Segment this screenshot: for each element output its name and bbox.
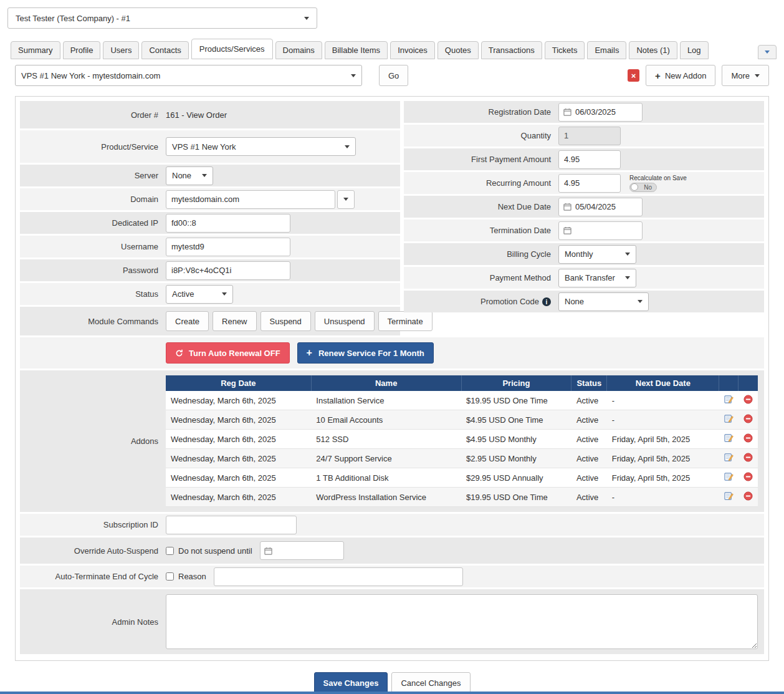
- domain-label: Domain: [20, 195, 166, 204]
- order-value-link[interactable]: 161 - View Order: [166, 110, 227, 120]
- tab-log[interactable]: Log: [680, 41, 709, 59]
- tab-contacts[interactable]: Contacts: [141, 41, 188, 59]
- username-input[interactable]: [166, 238, 290, 256]
- addon-next-due: -: [607, 410, 719, 430]
- dedicated-ip-input[interactable]: [166, 214, 290, 233]
- tab-notes[interactable]: Notes (1): [629, 41, 677, 59]
- tab-profile[interactable]: Profile: [63, 41, 101, 59]
- tab-invoices[interactable]: Invoices: [390, 41, 435, 59]
- payment-method-select[interactable]: Bank Transfer: [558, 269, 636, 287]
- override-auto-suspend-label: Override Auto-Suspend: [20, 546, 166, 556]
- remove-addon-icon[interactable]: [743, 453, 753, 462]
- reason-input[interactable]: [214, 567, 463, 586]
- password-input[interactable]: [166, 261, 290, 280]
- tab-quotes[interactable]: Quotes: [437, 41, 479, 59]
- chevron-down-icon: [345, 145, 350, 148]
- addon-pricing: $29.95 USD Annually: [461, 468, 571, 488]
- quantity-row: Quantity: [404, 125, 764, 147]
- addon-status: Active: [571, 468, 607, 488]
- addon-row: Wednesday, March 6th, 2025 Installation …: [166, 391, 758, 410]
- first-payment-label: First Payment Amount: [404, 155, 558, 164]
- next-due-date-field[interactable]: [558, 198, 643, 216]
- server-label: Server: [20, 171, 166, 180]
- remove-addon-icon[interactable]: [743, 414, 753, 423]
- chevron-down-icon: [202, 174, 207, 177]
- tab-overflow-button[interactable]: [758, 45, 777, 59]
- suspend-button[interactable]: Suspend: [261, 311, 311, 331]
- recurring-amount-input[interactable]: [558, 174, 621, 193]
- manage-addon-icon[interactable]: [724, 433, 734, 443]
- remove-addon-icon[interactable]: [743, 395, 753, 404]
- delete-service-icon[interactable]: [628, 69, 639, 82]
- addon-reg-date: Wednesday, March 6th, 2025: [166, 468, 311, 488]
- next-due-date-input[interactable]: [575, 199, 642, 215]
- remove-addon-icon[interactable]: [743, 472, 753, 481]
- next-due-date-row: Next Due Date: [404, 196, 764, 218]
- manage-addon-icon[interactable]: [724, 414, 734, 423]
- suspend-until-date-field[interactable]: [260, 541, 344, 560]
- manage-addon-icon[interactable]: [724, 453, 734, 462]
- info-icon[interactable]: [542, 297, 551, 306]
- status-select[interactable]: Active: [166, 285, 233, 304]
- payment-method-row: Payment Method Bank Transfer: [404, 267, 764, 289]
- do-not-suspend-checkbox[interactable]: [166, 547, 174, 555]
- new-addon-button[interactable]: New Addon: [646, 65, 715, 86]
- save-changes-button[interactable]: Save Changes: [314, 672, 388, 693]
- renew-service-button[interactable]: Renew Service For 1 Month: [297, 342, 434, 364]
- first-payment-input[interactable]: [558, 150, 621, 169]
- remove-addon-icon[interactable]: [743, 491, 753, 501]
- addon-name: 24/7 Support Service: [311, 449, 461, 468]
- subscription-id-label: Subscription ID: [20, 520, 166, 529]
- remove-addon-icon[interactable]: [743, 433, 753, 443]
- addon-name: 1 TB Additional Disk: [311, 468, 461, 488]
- manage-addon-icon[interactable]: [724, 491, 734, 501]
- turn-auto-renewal-off-button[interactable]: Turn Auto Renewal OFF: [166, 342, 290, 364]
- go-button[interactable]: Go: [379, 65, 408, 86]
- recurring-amount-label: Recurring Amount: [404, 178, 558, 188]
- payment-method-label: Payment Method: [404, 273, 558, 282]
- module-commands-row: Module Commands Create Renew Suspend Uns…: [20, 307, 400, 335]
- admin-notes-label: Admin Notes: [20, 617, 166, 627]
- tab-billable-items[interactable]: Billable Items: [325, 41, 388, 59]
- unsuspend-button[interactable]: Unsuspend: [315, 311, 375, 331]
- product-service-select[interactable]: VPS #1 New York: [166, 137, 356, 156]
- quantity-input: [558, 127, 621, 145]
- registration-date-field[interactable]: [558, 103, 643, 122]
- client-selector[interactable]: Test Tester (Test Company) - #1: [7, 7, 317, 29]
- tab-transactions[interactable]: Transactions: [481, 41, 542, 59]
- more-button[interactable]: More: [722, 65, 769, 86]
- tab-emails[interactable]: Emails: [587, 41, 626, 59]
- server-select[interactable]: None: [166, 166, 213, 185]
- recalculate-toggle[interactable]: No: [629, 183, 657, 192]
- addon-next-due: Friday, April 5th, 2025: [607, 468, 719, 488]
- termination-date-field[interactable]: [558, 221, 643, 240]
- bottom-accent-bar: [0, 692, 784, 694]
- tab-products-services[interactable]: Products/Services: [191, 39, 273, 59]
- suspend-until-date-input[interactable]: [277, 542, 343, 559]
- billing-cycle-select[interactable]: Monthly: [558, 245, 636, 264]
- domain-dropdown-button[interactable]: [337, 190, 355, 209]
- tab-domains[interactable]: Domains: [275, 41, 322, 59]
- form-columns: Order # 161 - View Order Product/Service…: [20, 101, 764, 337]
- create-button[interactable]: Create: [166, 311, 209, 331]
- manage-addon-icon[interactable]: [724, 472, 734, 481]
- termination-date-input[interactable]: [575, 223, 642, 239]
- tab-summary[interactable]: Summary: [11, 41, 60, 59]
- registration-date-input[interactable]: [575, 104, 642, 120]
- addon-reg-date: Wednesday, March 6th, 2025: [166, 488, 311, 507]
- admin-notes-textarea[interactable]: [166, 594, 758, 649]
- domain-input[interactable]: [166, 190, 335, 209]
- override-auto-suspend-row: Override Auto-Suspend Do not suspend unt…: [20, 537, 764, 564]
- manage-addon-icon[interactable]: [724, 395, 734, 404]
- auto-terminate-checkbox[interactable]: [166, 572, 174, 581]
- addon-reg-date: Wednesday, March 6th, 2025: [166, 449, 311, 468]
- toggle-knob-icon: [631, 183, 638, 191]
- renew-button[interactable]: Renew: [213, 311, 256, 331]
- tab-tickets[interactable]: Tickets: [545, 41, 585, 59]
- service-selector[interactable]: VPS #1 New York - mytestdomain.com: [15, 65, 362, 86]
- cancel-changes-button[interactable]: Cancel Changes: [391, 672, 470, 693]
- promotion-code-select[interactable]: None: [558, 292, 649, 311]
- tab-users[interactable]: Users: [103, 41, 139, 59]
- first-payment-row: First Payment Amount: [404, 148, 764, 170]
- subscription-id-input[interactable]: [166, 516, 297, 534]
